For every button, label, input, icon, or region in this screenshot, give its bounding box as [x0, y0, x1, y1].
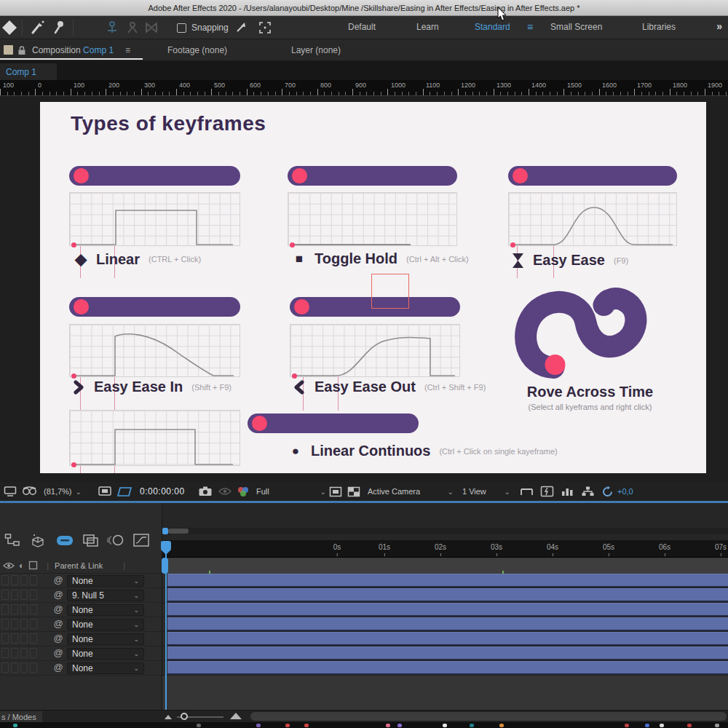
layer-switch-cell[interactable]	[30, 648, 37, 658]
dock-app-icon[interactable]	[687, 724, 692, 727]
layer-duration-bar[interactable]	[167, 574, 728, 587]
layer-duration-bar[interactable]	[167, 632, 728, 646]
magnification-glasses-button[interactable]	[22, 485, 38, 498]
snapshot-button[interactable]	[198, 485, 213, 498]
mini-flowchart-button[interactable]	[4, 533, 22, 547]
pickwhip-icon[interactable]	[52, 574, 64, 586]
dock-app-icon[interactable]	[660, 724, 664, 727]
dock-app-icon[interactable]	[386, 724, 390, 727]
shape-tool-button[interactable]	[1, 20, 17, 36]
layer-switch-cell[interactable]	[11, 633, 18, 644]
layer-duration-bar[interactable]	[167, 646, 728, 660]
tab-menu-icon[interactable]: ≡	[125, 45, 130, 55]
timeline-zoom-thumb[interactable]	[168, 529, 189, 534]
layer-row[interactable]: None ⌄	[0, 574, 728, 588]
layer-switch-cell[interactable]	[11, 590, 18, 600]
layer-row[interactable]: None ⌄	[0, 617, 728, 632]
flowchart-view-button[interactable]	[581, 485, 595, 498]
show-snapshot-button[interactable]	[218, 485, 232, 498]
parent-dropdown[interactable]: None ⌄	[67, 662, 144, 674]
view-axis-mode-button[interactable]	[144, 20, 159, 36]
layer-duration-bar[interactable]	[167, 603, 728, 617]
layer-switch-cell[interactable]	[20, 590, 28, 600]
layer-switch-cell[interactable]	[30, 590, 37, 600]
layer-switch-cell[interactable]	[11, 604, 18, 614]
resolution-dropdown[interactable]: Full ⌄	[256, 485, 326, 498]
resolution-frame-button[interactable]	[98, 485, 112, 498]
zoom-in-icon[interactable]	[230, 713, 242, 719]
dock-app-icon[interactable]	[397, 724, 402, 727]
layer-switch-cell[interactable]	[1, 662, 9, 673]
layer-switch-cell[interactable]	[20, 575, 28, 585]
channel-settings-button[interactable]	[236, 485, 250, 498]
draft-3d-toggle[interactable]	[29, 533, 47, 547]
layer-switch-cell[interactable]	[1, 619, 9, 629]
layer-row[interactable]: 9. Null 5 ⌄	[0, 588, 728, 603]
snap-arrow-button[interactable]	[234, 20, 248, 36]
parent-dropdown[interactable]: 9. Null 5 ⌄	[67, 590, 144, 601]
parent-dropdown[interactable]: None ⌄	[67, 648, 144, 660]
parent-dropdown[interactable]: None ⌄	[67, 604, 144, 616]
layer-switch-cell[interactable]	[20, 619, 28, 629]
dock-app-icon[interactable]	[285, 724, 290, 727]
time-ruler[interactable]: 0s01s02s03s04s05s06s07s08s09s10s	[162, 540, 728, 558]
layer-switch-cell[interactable]	[20, 648, 28, 658]
layer-switch-cell[interactable]	[20, 633, 28, 644]
tab-layer[interactable]: Layer (none)	[291, 45, 341, 55]
workspace-menu-icon[interactable]: ≡	[527, 21, 533, 33]
world-axis-mode-button[interactable]	[125, 20, 140, 36]
toolbar-overflow-icon[interactable]: »	[716, 20, 722, 32]
dock-app-icon[interactable]	[443, 724, 447, 727]
snap-bounds-button[interactable]	[258, 20, 272, 36]
timeline-zoom-cap[interactable]	[162, 528, 168, 534]
view-layout-dropdown[interactable]: 1 View ⌄	[462, 485, 510, 498]
tab-footage[interactable]: Footage (none)	[167, 45, 227, 55]
pickwhip-icon[interactable]	[52, 647, 64, 659]
frame-blending-toggle[interactable]	[82, 533, 100, 547]
layer-duration-bar[interactable]	[167, 588, 728, 602]
layer-duration-bar[interactable]	[167, 617, 728, 631]
layer-switch-cell[interactable]	[11, 662, 18, 673]
composition-viewer[interactable]: Types of keyframes ◆ Linear (CTRL + Clic…	[0, 96, 728, 482]
layer-switch-cell[interactable]	[30, 633, 37, 644]
layer-switch-cell[interactable]	[1, 575, 9, 585]
layer-switch-cell[interactable]	[1, 604, 9, 614]
local-axis-mode-button[interactable]	[105, 20, 119, 36]
timeline-zoom-slider-knob[interactable]	[181, 713, 188, 720]
parent-dropdown[interactable]: None ⌄	[67, 619, 144, 630]
dock-app-icon[interactable]	[715, 724, 719, 727]
workspace-learn[interactable]: Learn	[416, 22, 439, 32]
composition-ruler[interactable]: 1000100200300400500600700800900100011001…	[0, 80, 728, 96]
puppet-pin-tool-button[interactable]	[51, 20, 67, 36]
comp-viewer-tab[interactable]: Comp 1	[0, 63, 57, 80]
dock-app-icon[interactable]	[13, 724, 17, 727]
roto-brush-tool-button[interactable]	[29, 20, 45, 36]
layer-duration-bar[interactable]	[167, 661, 728, 675]
layer-switch-cell[interactable]	[1, 633, 9, 644]
motion-blur-toggle[interactable]	[106, 533, 125, 547]
pickwhip-icon[interactable]	[52, 604, 64, 615]
tab-composition[interactable]: Composition Comp 1	[32, 45, 114, 55]
layer-switch-cell[interactable]	[30, 575, 37, 585]
dock-app-icon[interactable]	[304, 724, 309, 727]
fast-previews-button[interactable]	[329, 485, 342, 498]
dock-app-icon[interactable]	[470, 724, 474, 727]
pickwhip-icon[interactable]	[52, 633, 64, 644]
parent-link-header[interactable]: Parent & Link	[55, 561, 103, 570]
workspace-small-screen[interactable]: Small Screen	[550, 22, 602, 32]
dock-app-icon[interactable]	[645, 724, 649, 727]
toggle-switches-modes-button[interactable]: s / Modes	[0, 711, 42, 722]
timeline-zoom-scrollbar[interactable]	[162, 528, 728, 534]
active-camera-dropdown[interactable]: Active Camera ⌄	[368, 485, 454, 498]
horizontal-scrollbar[interactable]	[250, 712, 727, 721]
pixel-aspect-button[interactable]	[561, 485, 574, 498]
parent-dropdown[interactable]: None ⌄	[67, 575, 144, 587]
layer-switch-cell[interactable]	[11, 575, 18, 585]
layer-row[interactable]: None ⌄	[0, 632, 728, 646]
share-view-button[interactable]	[520, 485, 534, 498]
layer-switch-cell[interactable]	[1, 590, 9, 600]
layer-switch-cell[interactable]	[11, 619, 18, 629]
layer-switch-cell[interactable]	[20, 604, 28, 614]
snapping-checkbox-box[interactable]	[177, 23, 186, 33]
layer-switch-cell[interactable]	[30, 604, 37, 614]
